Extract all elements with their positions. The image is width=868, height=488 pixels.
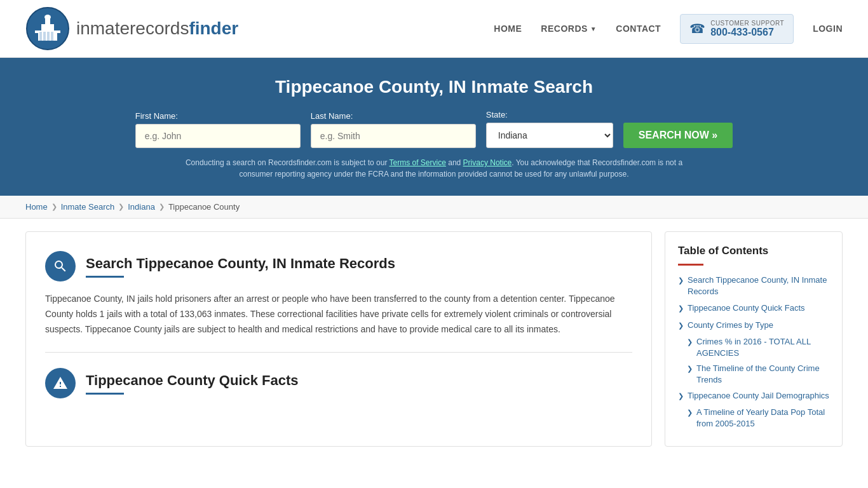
svg-rect-8 bbox=[47, 32, 50, 41]
toc-sub-link-3[interactable]: ❯ A Timeline of Yearly Data Pop Total fr… bbox=[687, 407, 829, 430]
toc-sub-chevron-3: ❯ bbox=[687, 408, 693, 417]
toc-link-2[interactable]: ❯ Tippecanoe County Quick Facts bbox=[678, 302, 829, 314]
nav-records[interactable]: RECORDS ▼ bbox=[541, 24, 597, 34]
search-section-title-group: Search Tippecanoe County, IN Inmate Reco… bbox=[86, 255, 395, 278]
quick-facts-icon bbox=[45, 368, 76, 398]
last-name-label: Last Name: bbox=[311, 111, 476, 121]
logo-text: inmaterecordsfinder bbox=[76, 18, 238, 39]
breadcrumb-sep-1: ❯ bbox=[51, 203, 57, 211]
toc-title: Table of Contents bbox=[678, 245, 829, 257]
quick-facts-title-group: Tippecanoe County Quick Facts bbox=[86, 372, 299, 395]
support-label: CUSTOMER SUPPORT bbox=[710, 20, 784, 27]
toc-link-3[interactable]: ❯ County Crimes by Type bbox=[678, 320, 829, 331]
toc-box: Table of Contents ❯ Search Tippecanoe Co… bbox=[665, 231, 843, 447]
support-text: CUSTOMER SUPPORT 800-433-0567 bbox=[710, 20, 784, 38]
sidebar: Table of Contents ❯ Search Tippecanoe Co… bbox=[665, 231, 843, 447]
main-container: Search Tippecanoe County, IN Inmate Reco… bbox=[0, 219, 868, 459]
search-section-icon bbox=[45, 251, 76, 281]
warning-icon bbox=[53, 376, 68, 391]
search-button[interactable]: SEARCH NOW » bbox=[623, 123, 733, 148]
first-name-input[interactable] bbox=[135, 124, 301, 148]
main-nav: HOME RECORDS ▼ CONTACT ☎ CUSTOMER SUPPOR… bbox=[494, 14, 843, 44]
toc-sub-list: ❯ Crimes % in 2016 - TOTAL ALL AGENCIES … bbox=[687, 336, 829, 386]
section-title-underline bbox=[86, 276, 124, 278]
privacy-notice-link[interactable]: Privacy Notice bbox=[463, 158, 512, 167]
toc-sub-link-1[interactable]: ❯ Crimes % in 2016 - TOTAL ALL AGENCIES bbox=[687, 336, 829, 359]
breadcrumb-sep-3: ❯ bbox=[159, 203, 165, 211]
toc-divider bbox=[678, 264, 703, 266]
toc-sub-link-2[interactable]: ❯ The Timeline of the County Crime Trend… bbox=[687, 363, 829, 386]
first-name-label: First Name: bbox=[135, 111, 301, 121]
hero-section: Tippecanoe County, IN Inmate Search Firs… bbox=[0, 58, 868, 196]
search-section-header: Search Tippecanoe County, IN Inmate Reco… bbox=[45, 251, 632, 281]
nav-home[interactable]: HOME bbox=[494, 24, 522, 34]
toc-link-4[interactable]: ❯ Tippecanoe County Jail Demographics bbox=[678, 390, 829, 402]
customer-support-box: ☎ CUSTOMER SUPPORT 800-433-0567 bbox=[680, 14, 794, 44]
toc-item-1: ❯ Search Tippecanoe County, IN Inmate Re… bbox=[678, 274, 829, 297]
toc-sub-chevron-2: ❯ bbox=[687, 364, 693, 374]
logo-icon bbox=[25, 6, 70, 51]
toc-sub-item-2: ❯ The Timeline of the County Crime Trend… bbox=[687, 363, 829, 386]
breadcrumb-home[interactable]: Home bbox=[25, 202, 48, 212]
toc-chevron-3: ❯ bbox=[678, 321, 684, 330]
content-area: Search Tippecanoe County, IN Inmate Reco… bbox=[25, 231, 652, 447]
breadcrumb: Home ❯ Inmate Search ❯ Indiana ❯ Tippeca… bbox=[0, 196, 868, 219]
state-group: State: Indiana Alabama Alaska Arizona Ar… bbox=[486, 110, 613, 148]
nav-login[interactable]: LOGIN bbox=[813, 24, 843, 34]
toc-sub-chevron-1: ❯ bbox=[687, 337, 693, 347]
terms-of-service-link[interactable]: Terms of Service bbox=[390, 158, 446, 167]
breadcrumb-inmate-search[interactable]: Inmate Search bbox=[61, 202, 115, 212]
quick-facts-header: Tippecanoe County Quick Facts bbox=[45, 368, 632, 398]
state-select[interactable]: Indiana Alabama Alaska Arizona Arkansas … bbox=[486, 123, 613, 148]
toc-sub-item-1: ❯ Crimes % in 2016 - TOTAL ALL AGENCIES bbox=[687, 336, 829, 359]
quick-facts-underline bbox=[86, 393, 124, 395]
nav-contact[interactable]: CONTACT bbox=[616, 24, 661, 34]
svg-point-5 bbox=[44, 15, 51, 20]
toc-link-1[interactable]: ❯ Search Tippecanoe County, IN Inmate Re… bbox=[678, 274, 829, 297]
support-number: 800-433-0567 bbox=[710, 27, 784, 38]
toc-sub-item-3: ❯ A Timeline of Yearly Data Pop Total fr… bbox=[687, 407, 829, 430]
svg-rect-9 bbox=[51, 32, 53, 41]
toc-list: ❯ Search Tippecanoe County, IN Inmate Re… bbox=[678, 274, 829, 430]
toc-chevron-1: ❯ bbox=[678, 276, 684, 285]
search-section-body: Tippecanoe County, IN jails hold prisone… bbox=[45, 292, 632, 337]
last-name-group: Last Name: bbox=[311, 111, 476, 148]
last-name-input[interactable] bbox=[311, 124, 476, 148]
toc-chevron-4: ❯ bbox=[678, 391, 684, 401]
svg-rect-7 bbox=[43, 32, 46, 41]
search-section-title: Search Tippecanoe County, IN Inmate Reco… bbox=[86, 255, 395, 272]
search-form: First Name: Last Name: State: Indiana Al… bbox=[25, 110, 843, 148]
toc-item-3: ❯ County Crimes by Type bbox=[678, 320, 829, 331]
hero-title: Tippecanoe County, IN Inmate Search bbox=[25, 77, 843, 97]
first-name-group: First Name: bbox=[135, 111, 301, 148]
hero-disclaimer: Conducting a search on Recordsfinder.com… bbox=[180, 157, 688, 180]
toc-item-4: ❯ Tippecanoe County Jail Demographics bbox=[678, 390, 829, 402]
section-divider bbox=[45, 352, 632, 353]
headset-icon: ☎ bbox=[689, 21, 705, 36]
toc-chevron-2: ❯ bbox=[678, 304, 684, 313]
page-header: inmaterecordsfinder HOME RECORDS ▼ CONTA… bbox=[0, 0, 868, 58]
records-chevron-icon: ▼ bbox=[590, 25, 597, 32]
logo-area: inmaterecordsfinder bbox=[25, 6, 238, 51]
breadcrumb-sep-2: ❯ bbox=[118, 203, 124, 211]
state-label: State: bbox=[486, 110, 613, 119]
toc-sub-list-2: ❯ A Timeline of Yearly Data Pop Total fr… bbox=[687, 407, 829, 430]
quick-facts-title: Tippecanoe County Quick Facts bbox=[86, 372, 299, 389]
breadcrumb-current: Tippecanoe County bbox=[168, 202, 240, 212]
magnifier-icon bbox=[53, 259, 68, 274]
toc-item-2: ❯ Tippecanoe County Quick Facts bbox=[678, 302, 829, 314]
breadcrumb-indiana[interactable]: Indiana bbox=[128, 202, 155, 212]
svg-rect-6 bbox=[39, 32, 42, 41]
